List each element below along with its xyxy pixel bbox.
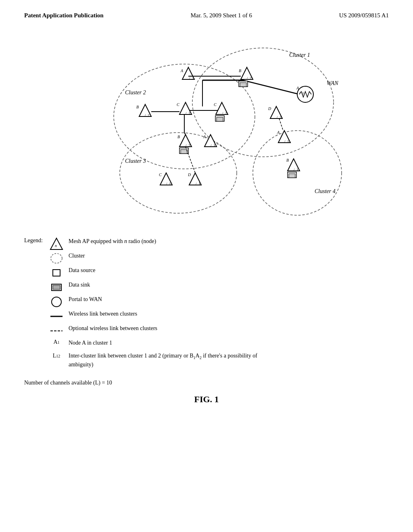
svg-rect-46 [181, 150, 187, 154]
legend-icon-solid-line [49, 310, 64, 323]
legend-desc-l12: Inter-cluster link between cluster 1 and… [69, 352, 270, 368]
svg-text:2: 2 [225, 111, 227, 115]
svg-point-3 [253, 131, 342, 215]
legend-desc-wireless-link: Wireless link between clusters [69, 310, 137, 318]
svg-text:A: A [180, 69, 184, 73]
legend-row-data-sink: Data sink [24, 281, 389, 294]
svg-text:1: 1 [296, 168, 298, 172]
page-header: Patent Application Publication Mar. 5, 2… [0, 0, 413, 24]
legend-icon-cluster [49, 252, 64, 265]
svg-line-8 [243, 80, 299, 94]
svg-text:2: 2 [280, 115, 282, 119]
legend-icon-data-sink [49, 281, 64, 294]
legend-table: Legend: n Mesh AP equipped with n radio … [24, 237, 389, 368]
legend-key-label: Legend: [24, 237, 44, 244]
svg-text:A: A [296, 86, 299, 90]
legend-desc-data-source: Data source [69, 266, 95, 274]
svg-line-70 [184, 133, 186, 135]
cluster2-label: Cluster 2 [125, 89, 146, 96]
svg-text:B: B [177, 135, 180, 139]
legend-area: Legend: n Mesh AP equipped with n radio … [0, 233, 413, 372]
svg-rect-36 [217, 117, 223, 121]
svg-text:1: 1 [198, 182, 200, 186]
svg-text:1: 1 [213, 143, 215, 148]
svg-text:1: 1 [287, 139, 289, 143]
legend-row-data-source: Data source [24, 266, 389, 279]
legend-row-optional-link: Optional wireless link between clusters [24, 324, 389, 337]
svg-text:D: D [188, 172, 191, 177]
svg-text:2: 2 [192, 76, 194, 80]
legend-icon-a1: A1 [49, 339, 64, 345]
legend-row-wireless-link: Wireless link between clusters [24, 310, 389, 323]
patent-diagram: Cluster 1 Cluster 2 Cluster 3 Cluster 4 … [65, 24, 348, 221]
svg-point-81 [52, 297, 61, 307]
channels-text: Number of channels available (L) = 10 [24, 380, 389, 386]
svg-text:1: 1 [169, 182, 171, 186]
legend-desc-portal: Portal to WAN [69, 295, 102, 303]
legend-row-mesh-ap: Legend: n Mesh AP equipped with n radio … [24, 237, 389, 250]
cluster3-label: Cluster 3 [125, 158, 146, 164]
legend-desc-data-sink: Data sink [69, 281, 90, 289]
legend-desc-mesh-ap: Mesh AP equipped with n radio (node) [69, 237, 156, 245]
svg-point-2 [120, 133, 237, 213]
legend-icon-triangle: n [49, 237, 64, 250]
legend-row-cluster: Cluster [24, 252, 389, 265]
svg-text:D: D [268, 106, 271, 111]
svg-text:1: 1 [302, 91, 304, 95]
legend-icon-dash-line [49, 324, 64, 337]
cluster1-label: Cluster 1 [289, 52, 310, 58]
cluster4-label: Cluster 4 [315, 188, 336, 194]
svg-text:B: B [286, 158, 289, 162]
svg-text:2: 2 [188, 143, 190, 148]
svg-text:A: A [277, 130, 280, 135]
svg-point-77 [51, 254, 62, 263]
legend-desc-a1: Node A in cluster 1 [69, 339, 112, 347]
svg-line-73 [279, 118, 283, 131]
svg-text:2: 2 [148, 113, 150, 117]
wan-label: WAN [327, 80, 338, 86]
svg-text:2: 2 [250, 76, 252, 80]
header-publication-label: Patent Application Publication [24, 11, 104, 20]
svg-text:C: C [214, 102, 217, 107]
legend-icon-l12: L12 [49, 352, 64, 359]
diagram-area: Cluster 1 Cluster 2 Cluster 3 Cluster 4 … [0, 24, 413, 221]
svg-rect-78 [53, 270, 60, 276]
legend-row-portal: Portal to WAN [24, 295, 389, 308]
svg-text:B: B [136, 105, 139, 109]
legend-icon-data-source [49, 266, 64, 279]
svg-rect-18 [240, 83, 246, 87]
svg-rect-80 [53, 285, 60, 289]
svg-text:1: 1 [188, 111, 190, 115]
svg-text:C: C [159, 172, 162, 177]
svg-rect-60 [289, 174, 295, 178]
legend-row-l12: L12 Inter-cluster link between cluster 1… [24, 352, 389, 368]
legend-row-a1: A1 Node A in cluster 1 [24, 339, 389, 350]
svg-text:A: A [203, 135, 206, 139]
svg-text:n: n [55, 243, 57, 248]
legend-icon-portal [49, 295, 64, 308]
header-date-sheet: Mar. 5, 2009 Sheet 1 of 6 [190, 11, 252, 20]
legend-desc-cluster: Cluster [69, 252, 85, 260]
figure-label: FIG. 1 [0, 394, 413, 405]
header-patent-number: US 2009/059815 A1 [339, 11, 389, 20]
svg-text:C: C [177, 102, 179, 107]
svg-text:B: B [239, 69, 241, 73]
legend-desc-optional-link: Optional wireless link between clusters [69, 324, 157, 332]
